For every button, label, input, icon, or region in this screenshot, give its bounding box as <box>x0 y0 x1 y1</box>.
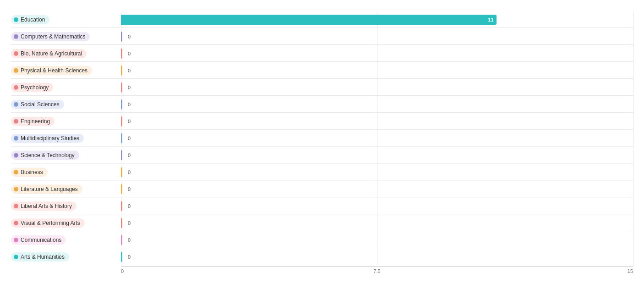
label-dot <box>14 119 18 124</box>
bar-label: Communications <box>11 234 121 246</box>
label-text: Arts & Humanities <box>21 254 65 260</box>
label-dot <box>14 153 18 158</box>
bar: 0 <box>121 32 122 42</box>
bar-value-label: 0 <box>128 237 131 243</box>
bar-value-label: 0 <box>128 254 131 260</box>
table-row: Bio, Nature & Agricultural0 <box>11 46 633 62</box>
bar-area: 0 <box>121 114 633 129</box>
bar-label: Physical & Health Sciences <box>11 64 121 77</box>
bar-value-label: 0 <box>128 119 131 124</box>
label-text: Social Sciences <box>21 101 60 108</box>
table-row: Arts & Humanities0 <box>11 249 633 265</box>
bar: 0 <box>121 184 122 194</box>
x-tick: 15 <box>462 268 633 274</box>
label-pill: Engineering <box>11 117 55 126</box>
bar-label: Education <box>11 13 121 26</box>
label-pill: Physical & Health Sciences <box>11 66 92 75</box>
bars-container: Education11Computers & Mathematics0Bio, … <box>11 12 633 265</box>
label-pill: Bio, Nature & Agricultural <box>11 49 87 58</box>
table-row: Engineering0 <box>11 114 633 130</box>
bar-area: 11 <box>121 12 633 27</box>
bar-area: 0 <box>121 249 633 265</box>
label-pill: Business <box>11 168 48 177</box>
table-row: Literature & Languages0 <box>11 181 633 197</box>
label-dot <box>14 238 18 242</box>
label-text: Bio, Nature & Agricultural <box>21 50 82 57</box>
x-tick: 0 <box>121 268 292 274</box>
table-row: Communications0 <box>11 232 633 248</box>
table-row: Social Sciences0 <box>11 97 633 113</box>
bar-area: 0 <box>121 29 633 44</box>
bar-label: Multidisciplinary Studies <box>11 132 121 145</box>
label-text: Physical & Health Sciences <box>21 67 87 74</box>
bar: 0 <box>121 150 122 160</box>
label-text: Communications <box>21 237 61 243</box>
bar-area: 0 <box>121 97 633 112</box>
bar-label: Arts & Humanities <box>11 251 121 263</box>
table-row: Science & Technology0 <box>11 147 633 164</box>
label-pill: Education <box>11 15 49 24</box>
label-pill: Social Sciences <box>11 100 64 109</box>
bar-label: Bio, Nature & Agricultural <box>11 47 121 60</box>
table-row: Visual & Performing Arts0 <box>11 215 633 231</box>
bar-area: 0 <box>121 131 633 146</box>
x-tick: 7.5 <box>292 268 463 274</box>
table-row: Multidisciplinary Studies0 <box>11 131 633 147</box>
x-axis: 07.515 <box>121 266 633 274</box>
bar-area: 0 <box>121 181 633 197</box>
bar-value-label: 11 <box>488 17 494 22</box>
bar-area: 0 <box>121 215 633 231</box>
label-dot <box>14 204 18 208</box>
bar-value-label: 0 <box>128 68 131 73</box>
bar: 0 <box>121 82 122 93</box>
label-dot <box>14 17 18 22</box>
bar-area: 0 <box>121 164 633 180</box>
label-pill: Liberal Arts & History <box>11 202 76 211</box>
bar-value-label: 0 <box>128 85 131 90</box>
bar: 0 <box>121 167 122 177</box>
label-dot <box>14 136 18 141</box>
chart-container: Education11Computers & Mathematics0Bio, … <box>11 12 633 274</box>
bar: 0 <box>121 99 122 109</box>
bar-value-label: 0 <box>128 102 131 107</box>
bar-value-label: 0 <box>128 136 131 141</box>
label-dot <box>14 255 18 259</box>
label-text: Science & Technology <box>21 152 75 158</box>
label-pill: Communications <box>11 235 66 245</box>
label-pill: Computers & Mathematics <box>11 32 90 41</box>
bar-area: 0 <box>121 80 633 95</box>
bar-label: Social Sciences <box>11 98 121 111</box>
label-text: Multidisciplinary Studies <box>21 135 79 142</box>
bar-value-label: 0 <box>128 203 131 209</box>
label-pill: Multidisciplinary Studies <box>11 134 84 143</box>
bar: 0 <box>121 218 122 228</box>
bar-label: Science & Technology <box>11 149 121 162</box>
label-pill: Science & Technology <box>11 151 79 160</box>
label-dot <box>14 221 18 225</box>
bar: 11 <box>121 15 497 25</box>
bar-label: Business <box>11 166 121 179</box>
label-dot <box>14 187 18 191</box>
bar-value-label: 0 <box>128 186 131 192</box>
bar-value-label: 0 <box>128 51 131 56</box>
label-text: Psychology <box>21 84 49 91</box>
label-dot <box>14 51 18 56</box>
table-row: Business0 <box>11 164 633 180</box>
label-pill: Arts & Humanities <box>11 252 69 262</box>
label-dot <box>14 68 18 73</box>
bar-value-label: 0 <box>128 220 131 226</box>
grid-line <box>633 12 633 265</box>
label-text: Computers & Mathematics <box>21 33 85 40</box>
bar-label: Psychology <box>11 81 121 94</box>
label-dot <box>14 34 18 39</box>
label-text: Visual & Performing Arts <box>21 220 80 226</box>
bar: 0 <box>121 252 122 262</box>
label-dot <box>14 85 18 90</box>
bar-label: Visual & Performing Arts <box>11 217 121 229</box>
label-pill: Psychology <box>11 83 53 92</box>
bar-area: 0 <box>121 63 633 78</box>
bar: 0 <box>121 116 122 126</box>
bar-value-label: 0 <box>128 34 131 39</box>
bar-area: 0 <box>121 232 633 248</box>
bar-label: Engineering <box>11 115 121 128</box>
